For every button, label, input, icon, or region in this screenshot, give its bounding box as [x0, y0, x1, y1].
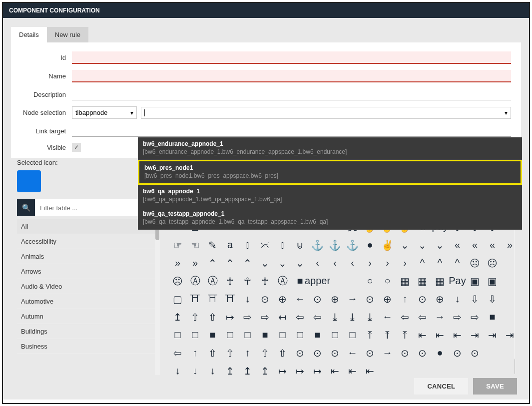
- cancel-button[interactable]: CANCEL: [414, 378, 468, 395]
- grid-icon[interactable]: [415, 363, 430, 375]
- tab-details[interactable]: Details: [11, 27, 47, 42]
- grid-icon[interactable]: ⇨: [467, 309, 483, 325]
- grid-icon[interactable]: a: [222, 237, 238, 253]
- grid-icon[interactable]: ⌄: [397, 237, 413, 253]
- grid-icon[interactable]: ⊙: [310, 291, 325, 307]
- grid-icon[interactable]: ⊙: [467, 345, 483, 361]
- category-item-animals[interactable]: Animals: [17, 249, 157, 264]
- grid-icon[interactable]: ⇧: [275, 345, 290, 361]
- grid-icon[interactable]: ☹: [170, 273, 185, 289]
- grid-icon[interactable]: ⤓: [345, 309, 360, 325]
- grid-icon[interactable]: ■: [205, 327, 220, 343]
- grid-icon[interactable]: ↦: [222, 309, 238, 325]
- grid-icon[interactable]: □: [345, 327, 360, 343]
- grid-icon[interactable]: «: [467, 237, 483, 253]
- grid-icon[interactable]: ⇤: [415, 327, 430, 343]
- grid-icon[interactable]: ⊙: [450, 345, 465, 361]
- grid-icon[interactable]: ■: [485, 309, 500, 325]
- grid-icon[interactable]: ^: [450, 255, 465, 271]
- grid-icon[interactable]: ⇧: [205, 345, 220, 361]
- grid-icon[interactable]: ■: [257, 327, 273, 343]
- grid-icon[interactable]: Pay: [450, 273, 465, 289]
- grid-icon[interactable]: [327, 273, 343, 289]
- input-node-value[interactable]: ▾: [141, 107, 511, 119]
- grid-icon[interactable]: ⌄: [415, 237, 430, 253]
- grid-icon[interactable]: ↓: [240, 291, 255, 307]
- category-item-all[interactable]: All: [17, 219, 157, 234]
- grid-icon[interactable]: ☜: [187, 237, 203, 253]
- grid-icon[interactable]: ↑: [187, 345, 203, 361]
- grid-icon[interactable]: «: [450, 237, 465, 253]
- grid-icon[interactable]: [502, 309, 515, 325]
- grid-icon[interactable]: [467, 363, 483, 375]
- grid-icon[interactable]: ⇦: [415, 309, 430, 325]
- category-item-autumn[interactable]: Autumn: [17, 309, 157, 324]
- grid-icon[interactable]: ⇦: [292, 309, 308, 325]
- grid-icon[interactable]: □: [187, 327, 203, 343]
- grid-icon[interactable]: ▦: [415, 273, 430, 289]
- grid-icon[interactable]: [380, 363, 395, 375]
- grid-icon[interactable]: ▣: [485, 273, 500, 289]
- grid-icon[interactable]: ⊙: [397, 345, 413, 361]
- grid-icon[interactable]: ☥: [240, 273, 255, 289]
- grid-icon[interactable]: ⊙: [362, 345, 378, 361]
- checkbox-visible[interactable]: ✓: [72, 143, 81, 152]
- grid-icon[interactable]: ^: [432, 255, 448, 271]
- grid-icon[interactable]: ⌄: [275, 255, 290, 271]
- category-item-accessibility[interactable]: Accessibility: [17, 234, 157, 249]
- grid-icon[interactable]: ↥: [222, 363, 238, 375]
- grid-icon[interactable]: ⤒: [362, 327, 378, 343]
- grid-icon[interactable]: ⛩: [205, 291, 220, 307]
- grid-icon[interactable]: ⇨: [450, 309, 465, 325]
- grid-icon[interactable]: ⛩: [187, 291, 203, 307]
- grid-icon[interactable]: ⇦: [170, 345, 185, 361]
- grid-icon[interactable]: ⚓: [345, 237, 360, 253]
- grid-icon[interactable]: ↤: [275, 309, 290, 325]
- grid-icon[interactable]: ⇤: [450, 327, 465, 343]
- grid-icon[interactable]: →: [432, 309, 448, 325]
- grid-icon[interactable]: ⌃: [222, 255, 238, 271]
- grid-icon[interactable]: ↦: [310, 363, 325, 375]
- grid-icon[interactable]: ›: [380, 255, 395, 271]
- grid-icon[interactable]: □: [275, 327, 290, 343]
- grid-icon[interactable]: ⊙: [292, 345, 308, 361]
- grid-icon[interactable]: ⌄: [432, 237, 448, 253]
- grid-icon[interactable]: ⤓: [362, 309, 378, 325]
- grid-icon[interactable]: □: [222, 327, 238, 343]
- grid-icon[interactable]: ▦: [397, 273, 413, 289]
- grid-icon[interactable]: ‹: [327, 255, 343, 271]
- dropdown-option[interactable]: bw6_qa_appnode_1 [bw6_qa_appnode_1.bw6_q…: [138, 185, 522, 207]
- grid-icon[interactable]: ●: [432, 345, 448, 361]
- grid-icon[interactable]: [345, 273, 360, 289]
- grid-icon[interactable]: ↓: [187, 363, 203, 375]
- grid-icon[interactable]: ▦: [432, 273, 448, 289]
- grid-icon[interactable]: ⇤: [362, 363, 378, 375]
- grid-icon[interactable]: ⤒: [397, 327, 413, 343]
- grid-icon[interactable]: ⇧: [187, 309, 203, 325]
- grid-icon[interactable]: apper: [310, 273, 325, 289]
- scrollbar-thumb[interactable]: [515, 358, 515, 375]
- icon-scrollbar[interactable]: [514, 219, 515, 375]
- input-id[interactable]: [72, 51, 511, 64]
- grid-icon[interactable]: ↦: [275, 363, 290, 375]
- grid-icon[interactable]: ○: [380, 273, 395, 289]
- grid-icon[interactable]: ☞: [170, 237, 185, 253]
- grid-icon[interactable]: ⇨: [240, 309, 255, 325]
- grid-icon[interactable]: ⚓: [310, 237, 325, 253]
- grid-icon[interactable]: [485, 363, 500, 375]
- grid-icon[interactable]: [502, 273, 515, 289]
- grid-icon[interactable]: [485, 345, 500, 361]
- category-item-business[interactable]: Business: [17, 339, 157, 354]
- category-item-automotive[interactable]: Automotive: [17, 294, 157, 309]
- grid-icon[interactable]: ⌄: [292, 255, 308, 271]
- grid-icon[interactable]: ›: [362, 255, 378, 271]
- grid-icon[interactable]: ⊙: [257, 291, 273, 307]
- grid-icon[interactable]: ⤓: [327, 309, 343, 325]
- grid-icon[interactable]: ●: [362, 237, 378, 253]
- grid-icon[interactable]: ↓: [450, 291, 465, 307]
- dropdown-option[interactable]: bw6_qa_testapp_appnode_1 [bw6_qa_testapp…: [138, 207, 522, 230]
- grid-icon[interactable]: Ⓐ: [275, 273, 290, 289]
- grid-icon[interactable]: ⊕: [432, 291, 448, 307]
- grid-icon[interactable]: ⇤: [432, 327, 448, 343]
- grid-icon[interactable]: □: [170, 327, 185, 343]
